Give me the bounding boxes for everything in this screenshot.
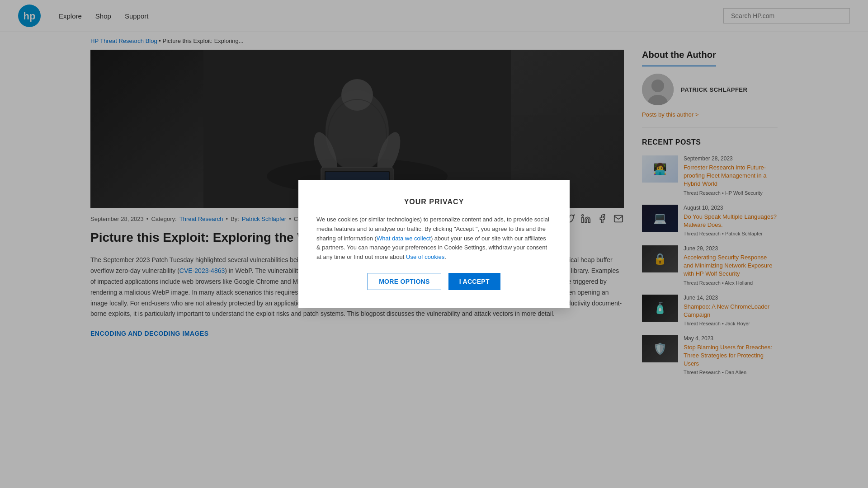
cookie-modal-buttons: MORE OPTIONS I ACCEPT (316, 273, 552, 290)
cookie-modal-overlay: YOUR PRIVACY We use cookies (or similar … (0, 0, 868, 384)
cookie-text-part3: . (444, 253, 446, 260)
cookie-modal: YOUR PRIVACY We use cookies (or similar … (298, 180, 570, 308)
accept-button[interactable]: I ACCEPT (448, 273, 500, 290)
cookie-modal-title: YOUR PRIVACY (316, 198, 552, 206)
use-of-cookies-link[interactable]: Use of cookies (406, 253, 444, 260)
what-data-link[interactable]: What data we collect (377, 235, 431, 242)
cookie-modal-text: We use cookies (or similar technologies)… (316, 215, 552, 262)
more-options-button[interactable]: MORE OPTIONS (368, 273, 441, 290)
